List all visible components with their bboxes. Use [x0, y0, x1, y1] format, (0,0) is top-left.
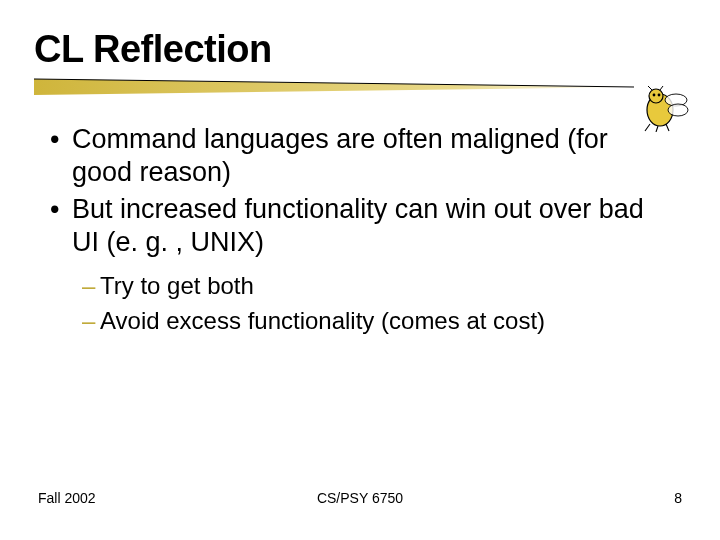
footer: Fall 2002 CS/PSY 6750 8: [0, 490, 720, 510]
content-area: Command languages are often maligned (fo…: [34, 123, 686, 338]
slide-number: 8: [674, 490, 682, 506]
svg-point-4: [668, 104, 688, 116]
svg-point-6: [658, 94, 661, 97]
bullet-list: Command languages are often maligned (fo…: [50, 123, 666, 259]
svg-point-5: [653, 94, 656, 97]
footer-course: CS/PSY 6750: [0, 490, 720, 506]
svg-point-2: [649, 89, 663, 103]
bullet-item: But increased functionality can win out …: [50, 193, 666, 259]
slide: CL Reflection Co: [0, 0, 720, 540]
title-underline: [34, 77, 634, 97]
sub-bullet-item: Try to get both: [82, 269, 666, 304]
slide-title: CL Reflection: [34, 28, 686, 71]
bullet-item: Command languages are often maligned (fo…: [50, 123, 666, 189]
sub-bullet-item: Avoid excess functionality (comes at cos…: [82, 304, 666, 339]
sub-bullet-list: Try to get both Avoid excess functionali…: [82, 269, 666, 339]
